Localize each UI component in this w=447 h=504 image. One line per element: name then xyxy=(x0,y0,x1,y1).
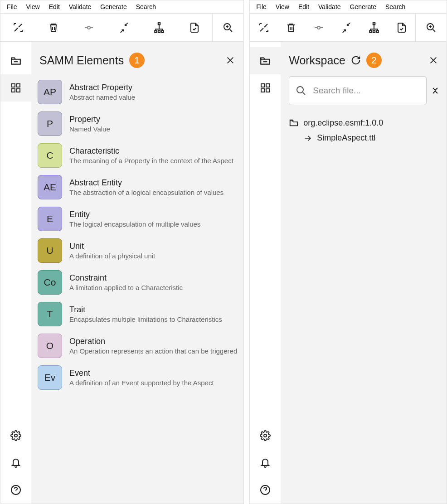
element-abbr-box: O xyxy=(38,334,62,358)
tree-namespace[interactable]: org.eclipse.esmf:1.0.0 xyxy=(285,115,442,131)
element-item[interactable]: CCharacteristicThe meaning of a Property… xyxy=(38,140,237,171)
validate-tool[interactable] xyxy=(388,14,415,41)
menu-validate[interactable]: Validate xyxy=(314,1,345,12)
editor-window-2: File View Edit Validate Generate Search xyxy=(249,0,447,504)
svg-point-22 xyxy=(264,434,267,437)
element-item[interactable]: OOperationAn Operation represents an act… xyxy=(38,330,237,362)
workspace-tree: org.eclipse.esmf:1.0.0 SimpleAspect.ttl xyxy=(281,110,447,151)
close-icon[interactable] xyxy=(225,55,235,65)
element-item[interactable]: AEAbstract EntityThe abstraction of a lo… xyxy=(38,171,237,203)
workspace-panel: Workspace 2 xyxy=(281,42,447,504)
element-title: Property xyxy=(69,115,237,124)
side-rail xyxy=(0,42,31,504)
element-title: Trait xyxy=(69,305,237,315)
menu-validate[interactable]: Validate xyxy=(64,1,96,12)
element-abbr-box: U xyxy=(38,238,62,263)
notifications-rail-button[interactable] xyxy=(0,449,31,476)
zoom-in-tool[interactable] xyxy=(213,14,243,41)
element-title: Constraint xyxy=(69,273,237,283)
element-item[interactable]: EvEventA definition of an Event supporte… xyxy=(38,362,237,393)
element-desc: The abstraction of a logical encapsulati… xyxy=(69,189,237,196)
menu-view[interactable]: View xyxy=(271,1,294,12)
elements-rail-button[interactable] xyxy=(250,74,281,102)
element-item[interactable]: UUnitA definition of a physical unit xyxy=(38,235,237,267)
element-abbr-box: E xyxy=(38,207,62,231)
element-abbr-box: P xyxy=(38,111,62,136)
arrow-right-icon xyxy=(303,134,312,143)
svg-rect-2 xyxy=(155,30,157,32)
validate-tool[interactable] xyxy=(177,14,212,41)
element-desc: A definition of a physical unit xyxy=(69,252,237,260)
menu-search[interactable]: Search xyxy=(131,1,160,12)
svg-rect-6 xyxy=(12,84,15,87)
connect-tool[interactable] xyxy=(71,14,107,41)
folder-rail-button[interactable] xyxy=(250,47,281,74)
element-desc: Encapsulates multiple limitations to Cha… xyxy=(69,315,237,323)
menu-bar: File View Edit Validate Generate Search xyxy=(250,0,447,14)
element-title: Characteristic xyxy=(69,146,237,156)
svg-rect-18 xyxy=(261,84,264,87)
connect-tool[interactable] xyxy=(305,14,333,41)
collapse-tool[interactable] xyxy=(0,14,36,41)
minimize-tool[interactable] xyxy=(333,14,360,41)
settings-rail-button[interactable] xyxy=(0,422,31,449)
zoom-in-tool[interactable] xyxy=(416,14,447,41)
side-rail xyxy=(250,42,281,504)
element-item[interactable]: EEntityThe logical encapsulation of mult… xyxy=(38,203,237,235)
element-title: Entity xyxy=(69,210,237,219)
element-desc: A limitation applied to a Characteristic xyxy=(69,284,237,291)
element-abbr-box: T xyxy=(38,302,62,326)
element-item[interactable]: TTraitEncapsulates multiple limitations … xyxy=(38,298,237,330)
close-icon[interactable] xyxy=(428,55,438,65)
menu-bar: File View Edit Validate Generate Search xyxy=(0,0,243,14)
minimize-tool[interactable] xyxy=(107,14,142,41)
hierarchy-tool[interactable] xyxy=(142,14,177,41)
element-item[interactable]: APAbstract PropertyAbstract named value xyxy=(38,76,237,108)
svg-rect-4 xyxy=(162,30,164,32)
menu-edit[interactable]: Edit xyxy=(294,1,314,12)
element-item[interactable]: CoConstraintA limitation applied to a Ch… xyxy=(38,267,237,298)
menu-edit[interactable]: Edit xyxy=(44,1,64,12)
svg-point-0 xyxy=(87,26,90,29)
panel-title: SAMM Elements xyxy=(39,54,124,67)
hierarchy-tool[interactable] xyxy=(360,14,388,41)
element-desc: Named Value xyxy=(69,125,237,133)
notifications-rail-button[interactable] xyxy=(250,449,281,476)
element-abbr-box: AP xyxy=(38,80,62,104)
folder-open-icon xyxy=(289,118,299,128)
search-input-container[interactable] xyxy=(289,76,427,105)
svg-rect-3 xyxy=(158,30,160,32)
delete-tool[interactable] xyxy=(277,14,305,41)
refresh-icon[interactable] xyxy=(351,55,361,65)
tree-file[interactable]: SimpleAspect.ttl xyxy=(285,131,442,145)
help-rail-button[interactable] xyxy=(0,476,31,504)
expand-collapse-button[interactable] xyxy=(432,87,438,94)
menu-file[interactable]: File xyxy=(252,1,271,12)
svg-rect-19 xyxy=(266,84,269,87)
element-desc: The meaning of a Property in the context… xyxy=(69,157,237,165)
settings-rail-button[interactable] xyxy=(250,422,281,449)
menu-file[interactable]: File xyxy=(2,1,22,12)
menu-generate[interactable]: Generate xyxy=(345,1,381,12)
element-abbr-box: C xyxy=(38,143,62,168)
element-title: Unit xyxy=(69,242,237,251)
element-title: Event xyxy=(69,368,237,378)
element-desc: Abstract named value xyxy=(69,93,237,101)
svg-rect-9 xyxy=(17,89,20,92)
element-item[interactable]: PPropertyNamed Value xyxy=(38,108,237,140)
search-input[interactable] xyxy=(312,85,420,96)
menu-view[interactable]: View xyxy=(22,1,44,12)
delete-tool[interactable] xyxy=(36,14,71,41)
editor-window-1: File View Edit Validate Generate Search xyxy=(0,0,244,504)
menu-search[interactable]: Search xyxy=(381,1,410,12)
element-title: Abstract Property xyxy=(69,83,237,92)
elements-rail-button[interactable] xyxy=(0,74,31,102)
svg-rect-1 xyxy=(158,23,160,24)
panel-title: Workspace xyxy=(289,54,345,67)
collapse-tool[interactable] xyxy=(250,14,277,41)
callout-badge-1: 1 xyxy=(129,53,145,68)
menu-generate[interactable]: Generate xyxy=(96,1,131,12)
svg-rect-7 xyxy=(17,84,20,87)
help-rail-button[interactable] xyxy=(250,476,281,504)
folder-rail-button[interactable] xyxy=(0,47,31,74)
